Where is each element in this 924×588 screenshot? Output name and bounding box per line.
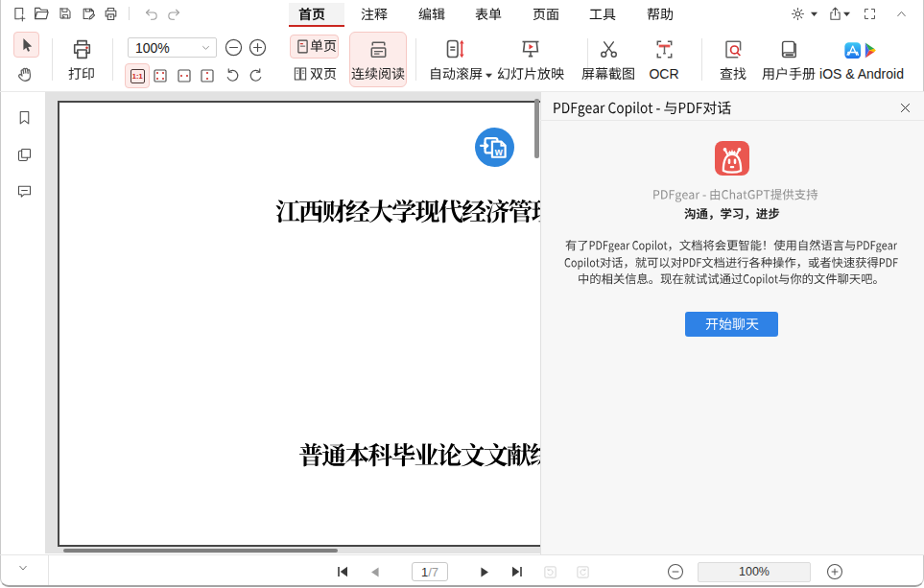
svg-text:w: w <box>494 146 503 156</box>
